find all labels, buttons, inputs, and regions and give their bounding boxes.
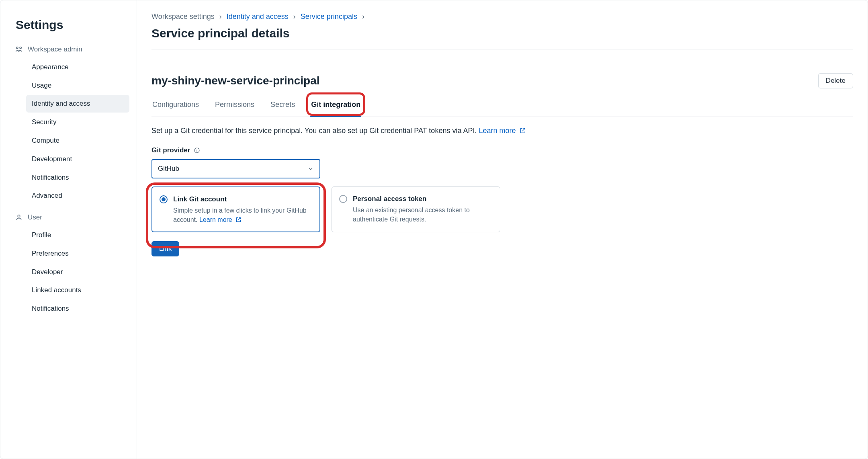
external-link-icon — [235, 217, 242, 223]
git-provider-label: Git provider — [151, 145, 853, 155]
option-body: Link Git account Simple setup in a few c… — [173, 195, 311, 225]
option-desc: Simple setup in a few clicks to link you… — [173, 206, 311, 224]
nav-item-linked-accounts[interactable]: Linked accounts — [26, 281, 129, 299]
nav-item-developer[interactable]: Developer — [26, 263, 129, 281]
learn-more-link[interactable]: Learn more — [479, 127, 526, 135]
nav-item-preferences[interactable]: Preferences — [26, 245, 129, 262]
nav-item-notifications[interactable]: Notifications — [26, 169, 129, 186]
main-content: Workspace settings › Identity and access… — [137, 0, 868, 459]
nav-item-development[interactable]: Development — [26, 150, 129, 168]
svg-point-2 — [18, 215, 20, 217]
option-link-git-account[interactable]: Link Git account Simple setup in a few c… — [151, 186, 320, 233]
nav-item-identity-and-access[interactable]: Identity and access — [26, 95, 129, 113]
option-learn-more-link[interactable]: Learn more — [199, 216, 242, 223]
nav-item-security[interactable]: Security — [26, 113, 129, 131]
nav-section-workspace-admin: Workspace admin — [15, 45, 127, 54]
nav-item-compute[interactable]: Compute — [26, 132, 129, 150]
nav-items-user: Profile Preferences Developer Linked acc… — [26, 226, 129, 318]
divider — [151, 49, 853, 49]
tab-permissions[interactable]: Permissions — [214, 96, 255, 116]
entity-name: my-shiny-new-service-principal — [151, 73, 320, 88]
option-personal-access-token[interactable]: Personal access token Use an existing pe… — [332, 186, 500, 233]
svg-point-0 — [16, 47, 18, 49]
info-icon — [193, 147, 201, 154]
nav-section-label: Workspace admin — [28, 45, 82, 54]
breadcrumb: Workspace settings › Identity and access… — [151, 12, 853, 22]
tab-configurations[interactable]: Configurations — [151, 96, 200, 116]
nav-section-user: User — [15, 213, 127, 222]
git-credential-options: Link Git account Simple setup in a few c… — [151, 186, 853, 233]
tab-label: Git integration — [311, 100, 360, 109]
delete-button[interactable]: Delete — [818, 73, 853, 88]
workspace-admin-icon — [15, 45, 23, 53]
crumb-service-principals[interactable]: Service principals — [301, 12, 357, 22]
nav-section-label: User — [28, 213, 42, 222]
git-provider-label-text: Git provider — [151, 145, 190, 155]
user-icon — [15, 213, 23, 221]
radio-unselected-icon — [339, 195, 347, 203]
nav-item-usage[interactable]: Usage — [26, 77, 129, 94]
chevron-right-icon: › — [219, 12, 222, 22]
tab-secrets[interactable]: Secrets — [270, 96, 296, 116]
nav-item-notifications-user[interactable]: Notifications — [26, 300, 129, 318]
crumb-workspace-settings: Workspace settings — [151, 12, 215, 22]
option-title: Personal access token — [353, 194, 492, 204]
nav-items-workspace-admin: Appearance Usage Identity and access Sec… — [26, 58, 129, 205]
page-title: Service principal details — [151, 25, 853, 42]
sidebar: Settings Workspace admin Appearance Usag… — [0, 0, 137, 459]
option-title: Link Git account — [173, 195, 311, 204]
svg-point-5 — [197, 149, 197, 149]
nav-item-appearance[interactable]: Appearance — [26, 58, 129, 76]
svg-point-1 — [20, 47, 21, 49]
crumb-identity-and-access[interactable]: Identity and access — [227, 12, 289, 22]
nav-item-profile[interactable]: Profile — [26, 226, 129, 244]
option-desc: Use an existing personal access token to… — [353, 206, 492, 224]
external-link-icon — [520, 127, 526, 134]
git-provider-value: GitHub — [158, 164, 179, 174]
tabs: Configurations Permissions Secrets Git i… — [151, 96, 853, 117]
option-learn-more-text: Learn more — [199, 216, 232, 223]
option-body: Personal access token Use an existing pe… — [353, 194, 492, 225]
radio-selected-icon — [160, 195, 168, 203]
learn-more-text: Learn more — [479, 127, 516, 135]
chevron-down-icon — [307, 166, 314, 172]
git-provider-select[interactable]: GitHub — [151, 159, 320, 178]
chevron-right-icon: › — [293, 12, 296, 22]
tab-git-integration[interactable]: Git integration — [310, 96, 361, 116]
link-button[interactable]: Link — [151, 241, 179, 256]
actions: Link — [151, 241, 853, 256]
chevron-right-icon: › — [362, 12, 364, 22]
nav-item-advanced[interactable]: Advanced — [26, 187, 129, 205]
git-desc-text: Set up a Git credential for this service… — [151, 127, 479, 135]
settings-title: Settings — [16, 16, 126, 33]
git-description: Set up a Git credential for this service… — [151, 126, 853, 136]
